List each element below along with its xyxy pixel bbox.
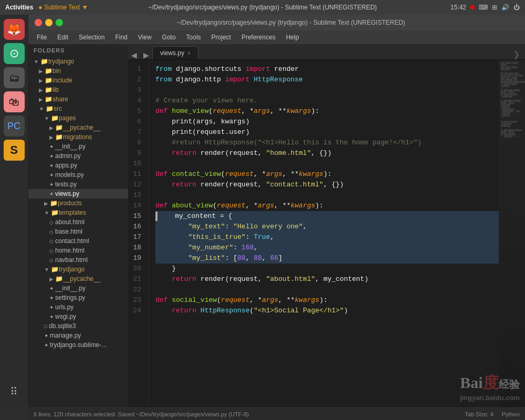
line-num-7: 7 [128, 127, 144, 138]
sidebar-item-lib[interactable]: ▶ 📁 lib [28, 85, 128, 94]
code-line-9: return render(request, "home.html", {}) [155, 148, 499, 159]
tab-close-button[interactable]: × [187, 50, 191, 56]
sidebar-item-bin[interactable]: ▶ 📁 bin [28, 66, 128, 76]
tab-bar: ◀ ▶ views.py × ❯ [128, 44, 525, 60]
minimap: ████ ██████ ██████ ██████ ████ █████ ███… [499, 60, 525, 407]
sidebar-item-src[interactable]: ▼ 📁 src [28, 104, 128, 113]
dock-icon-store[interactable]: 🛍 [4, 91, 25, 112]
code-line-10 [155, 159, 499, 169]
menu-preferences[interactable]: Preferences [237, 33, 280, 42]
line-num-22: 22 [128, 285, 144, 295]
sidebar-file-contact-html[interactable]: ◇ contact.html [28, 236, 128, 246]
sidebar-file-tests[interactable]: ✦ tests.py [28, 180, 128, 189]
code-line-22 [155, 285, 499, 295]
minimize-button[interactable] [45, 19, 52, 26]
dock-icon-pycharm[interactable]: PC [4, 116, 25, 136]
sidebar-file-settings[interactable]: ✦ settings.py [28, 293, 128, 302]
recording-indicator [470, 5, 475, 9]
line-num-24: 24 [128, 306, 144, 316]
power-icon: ⏻ [513, 4, 520, 11]
code-line-13 [155, 190, 499, 201]
sidebar-file-manage[interactable]: ✦ manage.py [28, 331, 128, 340]
chevron-right-icon: ❯ [513, 49, 520, 59]
sidebar-file-views[interactable]: ✦ views.py [28, 189, 128, 198]
time-display: 15:42 [450, 4, 466, 11]
sidebar-item-pycache-pages[interactable]: ▶ 📁 __pycache__ [28, 123, 128, 132]
menu-help[interactable]: Help [282, 33, 303, 42]
line-num-2: 2 [128, 75, 144, 85]
tab-label: views.py [160, 49, 184, 57]
title-bar: ~/Dev/trydjango/src/pages/views.py (tryd… [28, 15, 525, 30]
menu-view[interactable]: View [134, 33, 156, 42]
dock-icon-chrome[interactable]: ⊙ [4, 43, 25, 64]
window-title: ~/Dev/trydjango/src/pages/views.py (tryd… [148, 4, 377, 11]
code-line-20: } [155, 264, 499, 274]
system-bar: Activities ● Sublime Text ▼ ~/Dev/trydja… [0, 0, 525, 15]
line-num-5: 5 [128, 106, 144, 117]
tab-scroll: ❯ [513, 49, 525, 59]
sidebar-file-base-html[interactable]: ◇ base.html [28, 227, 128, 236]
code-line-6: print(args, kwargs) [155, 117, 499, 127]
code-lines[interactable]: from django.shortcuts import render from… [149, 60, 499, 407]
sidebar-item-trydjango-inner[interactable]: ▼ 📁 trydjango [28, 265, 128, 274]
sidebar-file-apps[interactable]: ✦ apps.py [28, 161, 128, 170]
sidebar-file-home-html[interactable]: ◇ home.html [28, 246, 128, 255]
sidebar-file-sublime-project[interactable]: ✦ trydjango.sublime-... [28, 340, 128, 350]
sidebar-header: FOLDERS [28, 44, 128, 57]
code-line-5: def home_view(request, *args, **kwargs): [155, 106, 499, 117]
sidebar-item-products[interactable]: ▶ 📁 products [28, 198, 128, 208]
menu-edit[interactable]: Edit [53, 33, 72, 42]
sidebar-item-pages[interactable]: ▼ 📁 pages [28, 113, 128, 123]
menu-find[interactable]: Find [111, 33, 131, 42]
sidebar: FOLDERS ▼ 📁 trydjango ▶ 📁 bin ▶ 📁 includ… [28, 44, 128, 407]
dock-icon-firefox[interactable]: 🦊 [4, 19, 25, 40]
activities-label[interactable]: Activities [5, 4, 33, 11]
sidebar-item-trydjango-root[interactable]: ▼ 📁 trydjango [28, 57, 128, 66]
menu-goto[interactable]: Goto [158, 33, 180, 42]
line-num-8: 8 [128, 138, 144, 148]
code-line-2: from django.http import HttpResponse [155, 75, 499, 85]
menu-project[interactable]: Project [207, 33, 235, 42]
tab-next[interactable]: ▶ [140, 51, 152, 59]
sidebar-item-share[interactable]: ▶ 📁 share [28, 94, 128, 104]
window-controls[interactable] [35, 19, 63, 26]
sidebar-file-wsgi[interactable]: ✦ wsgi.py [28, 312, 128, 321]
code-line-4: # Create your views here. [155, 96, 499, 106]
sidebar-item-templates[interactable]: ▼ 📁 templates [28, 208, 128, 217]
dock-icon-sublime[interactable]: S [4, 140, 25, 161]
sidebar-file-admin[interactable]: ✦ admin.py [28, 151, 128, 161]
volume-icon: 🔊 [501, 4, 509, 11]
sidebar-file-db-sqlite3[interactable]: □ db.sqlite3 [28, 321, 128, 331]
dock-icon-files[interactable]: 🗂 [4, 67, 25, 88]
tab-views-py[interactable]: views.py × [152, 46, 198, 59]
line-num-18: 18 [128, 243, 144, 253]
sidebar-item-migrations[interactable]: ▶ 📁 migrations [28, 132, 128, 142]
sidebar-file-models[interactable]: ✦ models.py [28, 170, 128, 180]
line-num-13: 13 [128, 190, 144, 201]
code-line-19: "my_list": [88, 88, 66] [155, 253, 499, 264]
code-line-15: my_content = { [155, 211, 499, 222]
line-num-12: 12 [128, 180, 144, 190]
close-button[interactable] [35, 19, 42, 26]
code-editor[interactable]: 1 2 3 4 5 6 7 8 9 10 11 12 13 14 [128, 60, 525, 407]
sidebar-file-navbar-html[interactable]: ◇ navbar.html [28, 255, 128, 265]
sidebar-file-about-html[interactable]: ◇ about.html [28, 217, 128, 227]
menu-file[interactable]: File [33, 33, 51, 42]
line-num-15: 15 [128, 211, 144, 222]
sidebar-file-init-pages[interactable]: ✦ __init__.py [28, 142, 128, 151]
code-line-16: "my_text": "Hello every one", [155, 222, 499, 232]
code-line-8: #return HttpResponse("<h1>Hello this is … [155, 138, 499, 148]
sidebar-file-init-trydjango[interactable]: ✦ __init__.py [28, 284, 128, 293]
status-text: 6 lines, 120 characters selected. Saved … [34, 411, 249, 417]
tab-prev[interactable]: ◀ [128, 51, 140, 59]
sidebar-item-pycache-trydjango[interactable]: ▶ 📁 __pycache__ [28, 274, 128, 284]
menu-tools[interactable]: Tools [182, 33, 205, 42]
sidebar-file-urls[interactable]: ✦ urls.py [28, 302, 128, 312]
menu-selection[interactable]: Selection [75, 33, 109, 42]
code-line-17: "this_is_true": True, [155, 232, 499, 243]
maximize-button[interactable] [56, 19, 63, 26]
sidebar-item-include[interactable]: ▶ 📁 include [28, 76, 128, 85]
code-line-21: return render(request, "about.html", my_… [155, 274, 499, 285]
dock-icon-apps[interactable]: ⠿ [4, 381, 25, 402]
code-line-7: print(request.user) [155, 127, 499, 138]
